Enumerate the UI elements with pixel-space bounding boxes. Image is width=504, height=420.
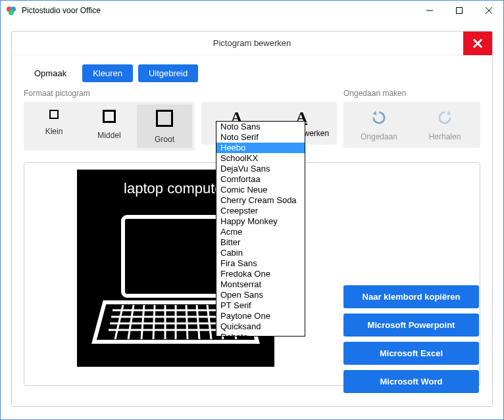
font-item[interactable]: Quicksand <box>216 321 305 332</box>
size-middel[interactable]: Middel <box>82 105 137 148</box>
window-title: Pictostudio voor Office <box>22 6 415 15</box>
undo-label: Ongedaan maken <box>343 89 480 98</box>
minimize-button[interactable] <box>415 1 444 20</box>
font-item[interactable]: Roboto <box>216 332 305 337</box>
tab-opmaak[interactable]: Opmaak <box>24 64 77 82</box>
svg-rect-4 <box>456 8 462 14</box>
undo-icon <box>370 108 388 127</box>
svg-line-20 <box>186 305 188 339</box>
font-item[interactable]: Acme <box>216 227 305 237</box>
font-dropdown[interactable]: Noto SansNoto SerifHeeboSchoolKXDejaVu S… <box>216 121 305 337</box>
panel-title: Pictogram bewerken <box>213 38 291 48</box>
main-panel: Pictogram bewerken Opmaak Kleuren Uitgeb… <box>11 31 493 407</box>
font-item[interactable]: Fredoka One <box>216 269 305 279</box>
svg-rect-9 <box>123 217 228 296</box>
font-item[interactable]: Noto Serif <box>216 132 305 143</box>
text-label <box>201 89 337 98</box>
app-icon <box>6 5 16 16</box>
font-item[interactable]: Bitter <box>216 237 305 248</box>
panel-header: Pictogram bewerken <box>12 32 492 55</box>
size-groot[interactable]: Groot <box>137 105 192 148</box>
font-item[interactable]: SchoolKX <box>216 153 305 164</box>
redo-button[interactable]: Herhalen <box>412 105 478 145</box>
font-item[interactable]: Cabin <box>216 248 305 258</box>
font-item[interactable]: Creepster <box>216 206 305 216</box>
export-excel-button[interactable]: Microsoft Excel <box>343 342 479 365</box>
square-medium-icon <box>103 110 116 123</box>
font-item[interactable]: Comic Neue <box>216 185 305 195</box>
svg-line-17 <box>153 305 155 339</box>
square-small-icon <box>49 110 59 119</box>
font-item[interactable]: Happy Monkey <box>216 216 305 227</box>
svg-point-2 <box>9 10 14 15</box>
maximize-button[interactable] <box>444 1 474 20</box>
redo-btn-label: Herhalen <box>412 132 478 141</box>
undo-button[interactable]: Ongedaan <box>346 105 412 145</box>
font-item[interactable]: Cherry Cream Soda <box>216 195 305 206</box>
square-large-icon <box>156 110 173 127</box>
font-item[interactable]: Open Sans <box>216 290 305 300</box>
undo-btn-label: Ongedaan <box>346 132 412 141</box>
tab-bar: Opmaak Kleuren Uitgebreid <box>12 55 492 89</box>
format-label: Formaat pictogram <box>24 89 195 98</box>
redo-icon <box>436 108 454 127</box>
titlebar: Pictostudio voor Office <box>1 1 503 20</box>
export-word-button[interactable]: Microsoft Word <box>343 370 479 393</box>
font-item[interactable]: Paytone One <box>216 311 305 321</box>
close-button[interactable] <box>474 1 503 20</box>
size-klein[interactable]: Klein <box>26 105 82 148</box>
font-item[interactable]: Heebo <box>216 143 305 153</box>
copy-clipboard-button[interactable]: Naar klembord kopiëren <box>343 285 479 308</box>
size-middel-label: Middel <box>82 131 137 140</box>
font-item[interactable]: PT Serif <box>216 300 305 311</box>
font-item[interactable]: DejaVu Sans <box>216 164 305 174</box>
font-item[interactable]: Noto Sans <box>216 122 305 132</box>
font-item[interactable]: Montserrat <box>216 279 305 290</box>
font-item[interactable]: Fira Sans <box>216 258 305 269</box>
panel-close-button[interactable] <box>463 32 492 55</box>
tab-kleuren[interactable]: Kleuren <box>82 64 133 82</box>
size-groot-label: Groot <box>137 135 192 144</box>
export-powerpoint-button[interactable]: Microsoft Powerpoint <box>343 314 479 337</box>
size-klein-label: Klein <box>26 127 82 136</box>
tab-uitgebreid[interactable]: Uitgebreid <box>138 64 198 82</box>
font-item[interactable]: Comfortaa <box>216 174 305 185</box>
export-actions: Naar klembord kopiëren Microsoft Powerpo… <box>343 285 479 393</box>
